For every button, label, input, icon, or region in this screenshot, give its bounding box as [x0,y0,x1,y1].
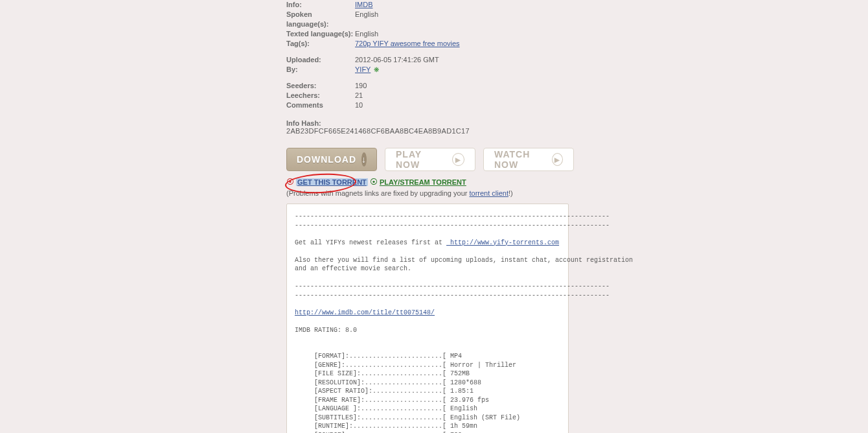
watch-now-label: WATCH NOW [494,149,547,170]
play-stream-link[interactable]: PLAY/STREAM TORRENT [380,178,466,186]
tags-link[interactable]: 720p YIFY awesome free movies [355,39,460,49]
play-now-label: PLAY NOW [396,149,447,170]
problems-suffix: !) [508,189,513,197]
texted-lang-label: Texted language(s): [286,29,355,39]
imdb-link[interactable]: IMDB [355,0,373,10]
tags-label: Tag(s): [286,39,355,49]
play-now-button[interactable]: PLAY NOW ▶ [385,148,475,171]
stream-icon: ⦿ [370,178,378,187]
torrent-client-link[interactable]: torrent client [469,189,508,197]
description-box: ----------------------------------------… [286,204,569,433]
file-specs: [FORMAT]:........................[ MP4 [… [295,353,520,433]
imdb-title-link[interactable]: http://www.imdb.com/title/tt0075148/ [295,309,435,316]
info-hash-value: 2AB23DFCF665E241468CF6BAA8BC4EA8B9AD1C17 [286,127,856,135]
description-content: ----------------------------------------… [295,212,560,433]
get-torrent-link[interactable]: GET THIS TORRENT [296,178,368,186]
leechers-value: 21 [355,91,363,100]
torrent-info: Info: IMDB Spoken language(s): English T… [286,0,856,110]
by-label: By: [286,65,355,75]
yify-site-link[interactable]: http://www.yify-torrents.com [446,239,559,246]
seeders-label: Seeders: [286,81,355,91]
comments-value: 10 [355,100,363,110]
watch-icon: ▶ [552,153,563,166]
problems-prefix: (Problems with magnets links are fixed b… [286,189,469,197]
trusted-icon: ❋ [374,66,379,73]
leechers-label: Leechers: [286,91,355,100]
info-hash-block: Info Hash: 2AB23DFCF665E241468CF6BAA8BC4… [286,119,856,135]
watch-now-button[interactable]: WATCH NOW ▶ [483,148,574,171]
download-arrow-icon: ↓ [361,152,367,167]
seeders-value: 190 [355,81,367,91]
uploader-link[interactable]: YIFY [355,65,371,73]
download-label: DOWNLOAD [297,154,356,165]
comments-label: Comments [286,100,355,110]
uploaded-label: Uploaded: [286,55,355,65]
info-hash-label: Info Hash: [286,119,856,127]
download-button[interactable]: DOWNLOAD ↓ [286,148,377,171]
info-label: Info: [286,0,355,10]
play-icon: ▶ [452,153,464,166]
texted-lang-value: English [355,29,378,39]
magnet-icon: ⦿ [286,178,294,187]
uploaded-value: 2012-06-05 17:41:26 GMT [355,55,439,65]
spoken-lang-value: English [355,10,378,29]
spoken-lang-label: Spoken language(s): [286,10,355,29]
